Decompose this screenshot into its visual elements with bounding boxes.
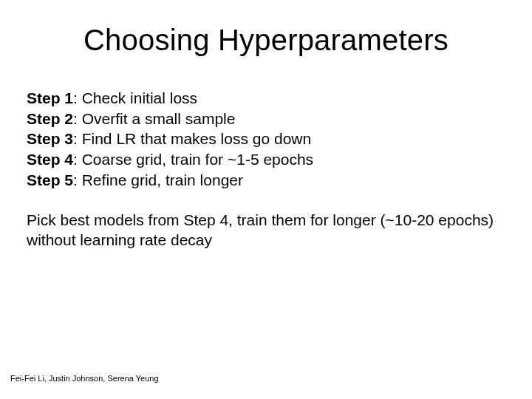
step-text: : Coarse grid, train for ~1-5 epochs: [73, 151, 313, 168]
step-text: : Find LR that makes loss go down: [73, 130, 311, 147]
steps-block: Step 1: Check initial loss Step 2: Overf…: [27, 88, 505, 191]
step-text: : Refine grid, train longer: [73, 171, 243, 188]
step-text: : Check initial loss: [73, 89, 197, 106]
step-label: Step 5: [27, 171, 73, 188]
body-note: Pick best models from Step 4, train them…: [27, 210, 505, 250]
step-label: Step 3: [27, 130, 73, 147]
step-label: Step 4: [27, 151, 73, 168]
step-text: : Overfit a small sample: [73, 110, 235, 127]
step-label: Step 1: [27, 89, 73, 106]
step-label: Step 2: [27, 110, 73, 127]
step-line: Step 2: Overfit a small sample: [27, 109, 505, 129]
step-line: Step 5: Refine grid, train longer: [27, 170, 505, 191]
slide: Choosing Hyperparameters Step 1: Check i…: [0, 0, 532, 399]
step-line: Step 3: Find LR that makes loss go down: [27, 129, 505, 149]
step-line: Step 1: Check initial loss: [27, 88, 505, 109]
page-title: Choosing Hyperparameters: [27, 24, 505, 57]
credit-line: Fei-Fei Li, Justin Johnson, Serena Yeung: [10, 374, 159, 383]
step-line: Step 4: Coarse grid, train for ~1-5 epoc…: [27, 149, 505, 170]
